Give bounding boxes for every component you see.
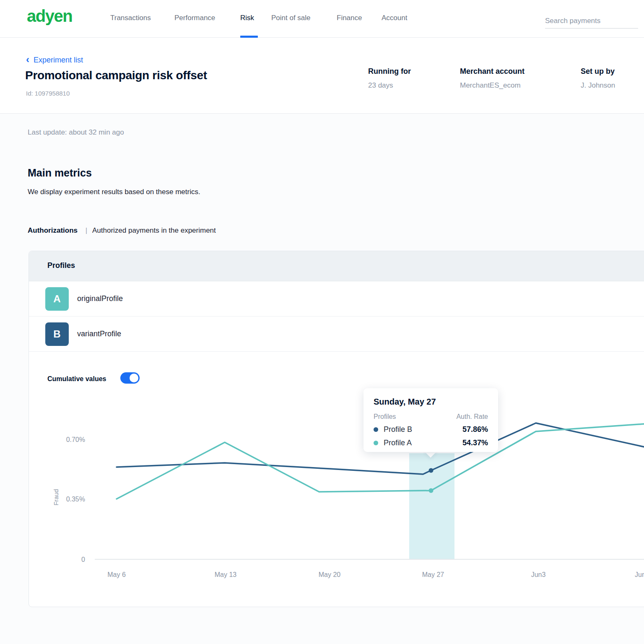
nav-item-account[interactable]: Account [382, 14, 407, 22]
y-tick-label: 0.35% [66, 496, 85, 503]
profiles-header-label: Profiles [47, 261, 75, 270]
chart-tooltip: Sunday, May 27 Profiles Auth. Rate Profi… [364, 388, 498, 452]
x-tick-label: May 6 [107, 571, 126, 578]
meta-set-up-by: Set up by J. Johnson [581, 67, 615, 90]
y-tick-label: 0 [81, 556, 85, 563]
active-tab-underline [240, 36, 258, 38]
profile-row-a: A originalProfile [29, 281, 644, 317]
y-axis-title: Fraud [52, 489, 60, 505]
search-input[interactable] [545, 13, 638, 29]
experiment-id: Id: 1097958810 [26, 90, 70, 97]
tooltip-profile-a-value: 54.37% [462, 439, 488, 447]
main-metrics-title: Main metrics [28, 167, 92, 179]
nav-item-performance[interactable]: Performance [174, 14, 215, 22]
profile-a-name: originalProfile [77, 294, 123, 303]
profile-row-b: B variantProfile [29, 317, 644, 352]
cumulative-values-label: Cumulative values [47, 375, 106, 383]
nav-item-risk[interactable]: Risk [240, 14, 254, 22]
profile-b-name: variantProfile [77, 330, 121, 338]
tooltip-date: Sunday, May 27 [374, 397, 488, 407]
last-update-text: Last update: about 32 min ago [28, 128, 124, 137]
tooltip-profile-b-name: Profile B [384, 425, 412, 434]
metric-line: Authorizations | Authorized payments in … [28, 226, 216, 235]
meta-merchant-account: Merchant account MerchantES_ecom [460, 67, 525, 90]
top-nav: adyen Transactions Performance Risk Poin… [0, 0, 644, 38]
meta-value: J. Johnson [581, 81, 615, 90]
x-tick-label: Jun [635, 571, 644, 578]
tooltip-profile-b-value: 57.86% [462, 425, 488, 434]
metric-separator: | [86, 226, 87, 234]
profiles-table-header: Profiles [29, 251, 644, 281]
tooltip-col-profiles: Profiles [374, 413, 396, 421]
toggle-knob [130, 374, 138, 382]
back-chevron-icon: ‹ [26, 54, 29, 65]
main-metrics-subtitle: We display experiment results based on t… [28, 188, 200, 196]
nav-item-finance[interactable]: Finance [337, 14, 362, 22]
tooltip-profile-a-name: Profile A [384, 439, 412, 447]
tooltip-col-auth-rate: Auth. Rate [456, 413, 488, 421]
meta-label: Set up by [581, 67, 615, 76]
data-point-marker[interactable] [429, 468, 434, 473]
meta-label: Merchant account [460, 67, 525, 76]
breadcrumb-label: Experiment list [34, 56, 83, 64]
profile-b-bullet-icon [374, 427, 378, 432]
x-tick-label: May 20 [319, 571, 341, 578]
profile-a-badge: A [45, 287, 69, 311]
cumulative-values-toggle[interactable] [120, 372, 140, 384]
x-tick-label: May 13 [215, 571, 237, 578]
page-title: Promotional campaign risk offset [25, 69, 207, 82]
experiment-results-card: Profiles A originalProfile B variantProf… [29, 251, 644, 607]
profile-a-bullet-icon [374, 441, 378, 445]
nav-item-transactions[interactable]: Transactions [110, 14, 151, 22]
x-tick-label: May 27 [422, 571, 444, 578]
data-point-marker[interactable] [429, 488, 434, 493]
x-tick-label: Jun3 [531, 571, 546, 578]
metric-name: Authorizations [28, 226, 78, 234]
page-header: ‹Experiment list Promotional campaign ri… [0, 38, 644, 114]
y-tick-label: 0.70% [66, 436, 85, 443]
meta-value: MerchantES_ecom [460, 81, 525, 90]
nav-item-point-of-sale[interactable]: Point of sale [271, 14, 311, 22]
meta-running-for: Running for 23 days [368, 67, 411, 90]
adyen-logo[interactable]: adyen [27, 7, 72, 26]
metric-description: Authorized payments in the experiment [92, 226, 216, 234]
breadcrumb[interactable]: ‹Experiment list [26, 53, 83, 65]
auth-rate-line-chart[interactable]: 0.70%0.35%0May 6May 13May 20May 27Jun3Ju… [29, 394, 644, 608]
meta-label: Running for [368, 67, 411, 76]
meta-value: 23 days [368, 81, 411, 90]
profile-b-badge: B [45, 322, 69, 346]
